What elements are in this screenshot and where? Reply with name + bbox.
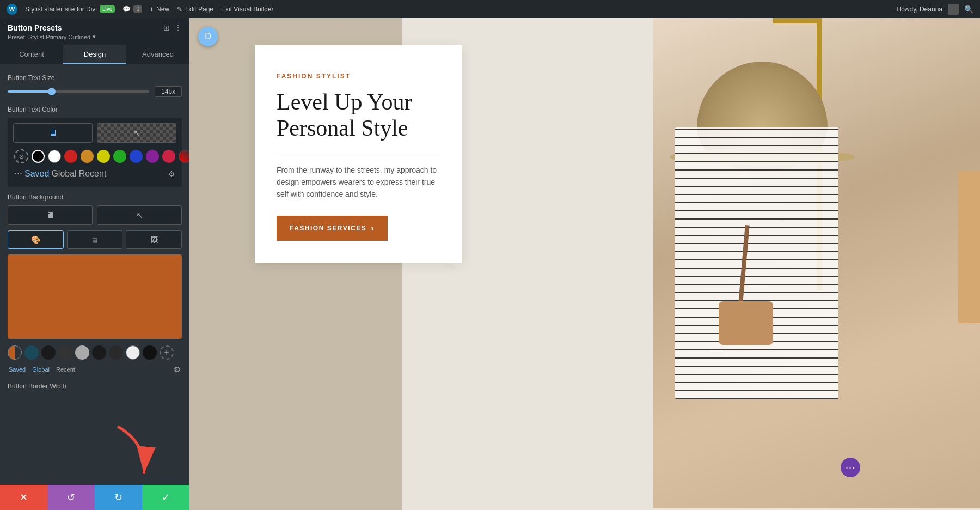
search-icon[interactable]: 🔍	[964, 5, 973, 14]
save-button[interactable]: ✓	[142, 485, 189, 510]
eyedropper-icon: ⊘	[19, 153, 24, 160]
preset-dropdown-icon[interactable]: ▾	[93, 33, 96, 40]
grid-view-button[interactable]: ⊞	[163, 23, 170, 32]
global-tab[interactable]: Global	[51, 169, 76, 179]
saved-color-8[interactable]	[126, 345, 140, 360]
website-background: FASHION STYLIST Level Up Your Personal S…	[189, 18, 980, 510]
tab-advanced[interactable]: Advanced	[126, 45, 189, 64]
more-dots-icon: ···	[846, 462, 855, 473]
saved-color-2[interactable]	[24, 345, 39, 360]
saved-color-6[interactable]	[92, 345, 106, 360]
color-swatch-white[interactable]	[48, 150, 61, 163]
color-swatch-yellow[interactable]	[97, 150, 110, 163]
hero-body: From the runway to the streets, my appro…	[277, 164, 440, 201]
recent-tab[interactable]: Recent	[79, 169, 107, 179]
redo-icon: ↻	[114, 491, 122, 503]
tab-content[interactable]: Content	[0, 45, 63, 64]
arm-right	[958, 171, 980, 323]
main-layout: Button Presets Preset: Stylist Primary O…	[0, 18, 980, 510]
color-swatch-pink[interactable]	[162, 150, 175, 163]
saved-colors-row: +	[8, 345, 182, 360]
cursor-icon: ↖	[133, 128, 140, 138]
site-name: Stylist starter site for Divi	[25, 5, 97, 13]
bg-type-image[interactable]: 🖼	[126, 230, 182, 249]
bg-type-gradient[interactable]: ▤	[67, 230, 123, 249]
bg-settings-icon[interactable]: ⚙	[174, 365, 181, 374]
hover-color-preview[interactable]: ↖	[97, 123, 176, 143]
wordpress-logo[interactable]: W	[7, 4, 17, 15]
color-swatches-row: ⊘	[13, 147, 176, 166]
hero-subtitle: FASHION STYLIST	[277, 72, 440, 80]
settings-button[interactable]: ⋮	[174, 23, 182, 32]
button-text-size-slider-row: 14px	[8, 86, 182, 97]
hero-card: FASHION STYLIST Level Up Your Personal S…	[255, 45, 462, 263]
saved-color-9[interactable]	[143, 345, 157, 360]
button-text-size-value[interactable]: 14px	[155, 86, 182, 97]
bg-cursor-icon: ↖	[136, 210, 143, 221]
button-background-label: Button Background	[8, 193, 182, 201]
undo-button[interactable]: ↺	[47, 485, 95, 510]
top-bar-left: W Stylist starter site for Divi Live 💬 0…	[7, 4, 888, 15]
saved-color-4[interactable]	[58, 345, 72, 360]
color-preview-row: 🖥 ↖	[13, 123, 176, 143]
fashion-services-button[interactable]: FASHION SERVICES ›	[277, 216, 388, 241]
panel-tabs: Content Design Advanced	[0, 45, 189, 64]
desktop-color-preview[interactable]: 🖥	[13, 123, 93, 143]
color-swatch-blue[interactable]	[130, 150, 143, 163]
edit-page-item[interactable]: ✎ Edit Page	[177, 5, 213, 13]
redo-button[interactable]: ↻	[95, 485, 142, 510]
color-swatch-green[interactable]	[113, 150, 126, 163]
live-badge: Live	[100, 5, 115, 13]
palette-dots[interactable]: ···	[14, 168, 22, 179]
exit-builder-label: Exit Visual Builder	[221, 5, 274, 13]
cta-label: FASHION SERVICES	[290, 224, 366, 232]
bg-recent-tab[interactable]: Recent	[56, 366, 75, 373]
panel-content: Button Text Size 14px Button Text Color …	[0, 64, 189, 485]
bg-preview-area: 🖥 ↖ 🎨 ▤ 🖼	[8, 205, 182, 249]
color-swatch-orange[interactable]	[81, 150, 94, 163]
exit-builder-item[interactable]: Exit Visual Builder	[221, 5, 274, 13]
comment-item[interactable]: 💬 0	[122, 5, 142, 13]
preset-label[interactable]: Preset: Stylist Primary Outlined	[8, 34, 90, 40]
more-options-button[interactable]: ···	[841, 458, 860, 477]
color-swatch-large[interactable]	[8, 254, 182, 339]
new-item[interactable]: + New	[150, 5, 169, 13]
bg-global-tab[interactable]: Global	[32, 366, 50, 373]
add-color-button[interactable]: +	[160, 345, 174, 360]
color-swatch-purple[interactable]	[146, 150, 159, 163]
monitor-icon: 🖥	[48, 128, 57, 138]
cta-arrow: ›	[371, 223, 375, 233]
bg-type-color[interactable]: 🎨	[8, 230, 64, 249]
site-name-item[interactable]: Stylist starter site for Divi Live	[25, 5, 115, 13]
eyedropper-button[interactable]: ⊘	[14, 149, 28, 163]
color-swatch-red2[interactable]	[179, 150, 189, 163]
button-text-size-slider[interactable]	[8, 90, 149, 93]
top-bar-right: Howdy, Deanna 🔍	[897, 4, 974, 15]
bg-desktop-btn[interactable]: 🖥	[8, 205, 93, 225]
cancel-button[interactable]: ✕	[0, 485, 47, 510]
hero-title: Level Up Your Personal Style	[277, 89, 440, 142]
comment-count: 0	[133, 5, 142, 13]
color-settings-icon[interactable]: ⚙	[168, 169, 175, 178]
saved-color-1[interactable]	[8, 345, 22, 360]
bg-type-row: 🎨 ▤ 🖼	[8, 230, 182, 249]
photo-overlay	[653, 18, 980, 508]
user-avatar[interactable]	[948, 4, 959, 15]
bg-mode-row: 🖥 ↖	[8, 205, 182, 225]
bg-hover-btn[interactable]: ↖	[97, 205, 182, 225]
color-swatch-black[interactable]	[32, 150, 45, 163]
divi-settings-float-button[interactable]: D	[198, 27, 218, 46]
saved-color-5[interactable]	[75, 345, 89, 360]
tab-design[interactable]: Design	[63, 45, 126, 64]
saved-tab[interactable]: Saved	[24, 169, 49, 179]
undo-icon: ↺	[67, 491, 75, 503]
button-text-color-label: Button Text Color	[8, 106, 182, 113]
gradient-icon: ▤	[92, 236, 97, 244]
edit-page-label: Edit Page	[185, 5, 213, 13]
left-panel: Button Presets Preset: Stylist Primary O…	[0, 18, 189, 510]
saved-color-7[interactable]	[109, 345, 123, 360]
right-content: D FASHION STYLIST Level Up Your Personal…	[189, 18, 980, 510]
color-swatch-red[interactable]	[64, 150, 77, 163]
saved-color-3[interactable]	[41, 345, 56, 360]
bg-saved-tab[interactable]: Saved	[9, 366, 26, 373]
